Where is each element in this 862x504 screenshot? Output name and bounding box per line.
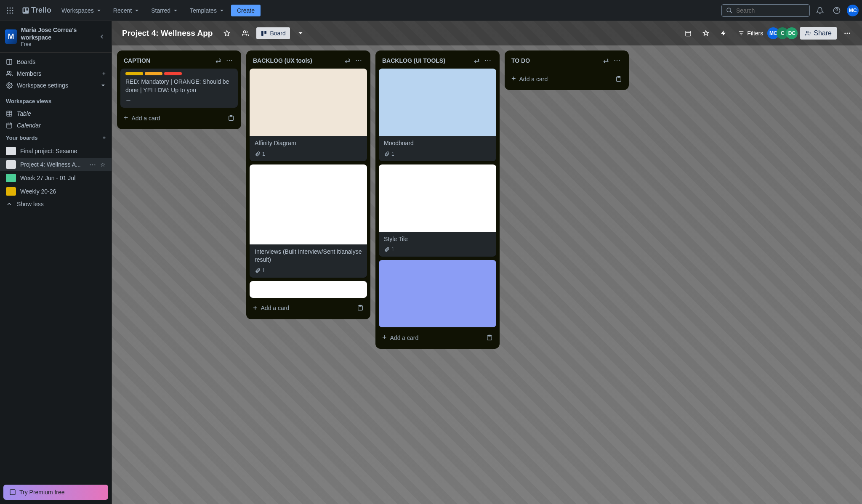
list-title[interactable]: CAPTION (124, 57, 150, 64)
sidebar-nav-members[interactable]: Members + (0, 68, 112, 80)
card-title: Moodboard (384, 139, 491, 148)
card[interactable]: Affinity Diagram1 (250, 69, 367, 161)
star-board-button[interactable] (219, 27, 234, 39)
trello-logo[interactable]: Trello (19, 6, 55, 15)
view-switcher-button[interactable] (293, 28, 308, 39)
collapse-sidebar-button[interactable] (97, 31, 106, 42)
collapse-list-icon[interactable]: ⇄ (214, 56, 223, 65)
create-button[interactable]: Create (231, 5, 261, 16)
add-card-button[interactable]: +Add a card (120, 110, 238, 126)
help-icon[interactable] (830, 4, 843, 17)
card[interactable]: Style Tile1 (379, 164, 496, 257)
add-card-button[interactable]: +Add a card (508, 71, 625, 87)
sidebar-board-item[interactable]: Week 27 Jun - 01 Jul (0, 171, 112, 185)
list-cards: Affinity Diagram1Interviews (Built Inter… (250, 69, 367, 298)
calendar-icon (685, 30, 692, 37)
nav-recent[interactable]: Recent (108, 5, 144, 16)
template-icon[interactable] (486, 334, 493, 341)
try-premium-button[interactable]: Try Premium free (3, 485, 108, 500)
svg-rect-29 (265, 31, 267, 34)
list-menu-icon[interactable]: ⋯ (224, 56, 234, 65)
share-button[interactable]: Share (800, 27, 837, 40)
view-table[interactable]: Table (0, 108, 112, 119)
sidebar-board-item[interactable]: Weekly 20-26 (0, 185, 112, 198)
workspace-name: Maria Jose Correa's workspace (21, 26, 93, 41)
add-card-button[interactable]: +Add a card (250, 300, 367, 316)
notifications-icon[interactable] (813, 4, 827, 17)
list-menu-icon[interactable]: ⋯ (483, 56, 493, 65)
template-icon[interactable] (615, 76, 622, 82)
sidebar-nav-settings[interactable]: Workspace settings (0, 80, 112, 91)
board-name: Project 4: Wellness A... (20, 161, 85, 168)
board-title[interactable]: Project 4: Wellness App (119, 29, 216, 38)
powerups-button[interactable] (698, 27, 713, 39)
nav-starred[interactable]: Starred (146, 5, 183, 16)
list: CAPTION ⇄ ⋯ RED: Mandatory | ORANGE: Sho… (117, 50, 241, 129)
list-title[interactable]: TO DO (511, 57, 530, 64)
more-icon[interactable]: ⋯ (89, 161, 96, 169)
workspace-views-header: Workspace views (0, 95, 112, 108)
svg-rect-10 (24, 8, 25, 12)
svg-point-2 (12, 7, 13, 8)
card[interactable] (379, 260, 496, 327)
workspace-header: M Maria Jose Correa's workspace Free (0, 21, 112, 53)
nav-templates[interactable]: Templates (185, 5, 229, 16)
chevron-down-icon (219, 8, 224, 13)
description-badge (125, 98, 131, 103)
card[interactable]: Interviews (Built Interview/Sent it/anal… (250, 164, 367, 278)
star-icon[interactable]: ☆ (100, 161, 106, 168)
search-input[interactable] (736, 7, 805, 14)
add-icon[interactable]: + (102, 70, 106, 77)
template-icon[interactable] (357, 305, 364, 311)
list-title[interactable]: BACKLOG (UX tools) (253, 57, 312, 64)
list-menu-icon[interactable]: ⋯ (354, 56, 364, 65)
apps-icon[interactable] (3, 4, 17, 17)
board-view-button[interactable]: Board (256, 27, 290, 39)
member-avatar[interactable]: DC (786, 27, 798, 39)
add-board-icon[interactable]: + (102, 135, 106, 141)
card-body: Affinity Diagram1 (250, 136, 367, 161)
template-icon[interactable] (228, 115, 234, 122)
member-stack[interactable]: MCCDC (770, 27, 798, 39)
card-label[interactable] (145, 72, 162, 75)
list-menu-icon[interactable]: ⋯ (612, 56, 622, 65)
star-icon (223, 30, 230, 37)
list-title[interactable]: BACKLOG (UI TOOLS) (382, 57, 445, 64)
more-icon (843, 29, 851, 37)
card[interactable]: Moodboard1 (379, 69, 496, 161)
collapse-list-icon[interactable]: ⇄ (343, 56, 352, 65)
premium-icon (9, 489, 16, 496)
search-box[interactable] (721, 4, 810, 17)
sidebar-nav-boards[interactable]: Boards (0, 56, 112, 68)
attachment-badge: 1 (255, 268, 265, 273)
card-label[interactable] (164, 72, 182, 75)
automation-button[interactable] (716, 27, 731, 39)
card-title: RED: Mandatory | ORANGE: Should be done … (125, 78, 233, 94)
card[interactable]: RED: Mandatory | ORANGE: Should be done … (120, 69, 238, 108)
chevron-down-icon[interactable] (101, 83, 106, 88)
add-card-button[interactable]: +Add a card (379, 330, 496, 345)
card-label[interactable] (125, 72, 143, 75)
bolt-icon (720, 30, 727, 37)
list: BACKLOG (UX tools) ⇄ ⋯ Affinity Diagram1… (246, 50, 370, 319)
filters-button[interactable]: Filters (734, 27, 767, 39)
card[interactable] (250, 281, 367, 298)
calendar-button[interactable] (681, 27, 696, 39)
topbar-right: MC (721, 4, 859, 17)
lists-container[interactable]: CAPTION ⇄ ⋯ RED: Mandatory | ORANGE: Sho… (112, 45, 862, 504)
sidebar-board-item[interactable]: Project 4: Wellness A... ⋯☆ (0, 158, 112, 171)
sidebar-nav: Boards Members + Workspace settings (0, 53, 112, 95)
list: BACKLOG (UI TOOLS) ⇄ ⋯ Moodboard1Style T… (375, 50, 500, 349)
card-cover (250, 69, 367, 136)
visibility-button[interactable] (238, 27, 253, 39)
nav-workspaces[interactable]: Workspaces (56, 5, 106, 16)
show-less[interactable]: Show less (0, 198, 112, 210)
collapse-list-icon[interactable]: ⇄ (472, 56, 481, 65)
board-menu-button[interactable] (839, 27, 855, 40)
view-calendar[interactable]: Calendar (0, 119, 112, 131)
collapse-list-icon[interactable]: ⇄ (601, 56, 610, 65)
svg-point-36 (847, 33, 848, 34)
attachment-badge: 1 (255, 151, 265, 157)
user-avatar[interactable]: MC (847, 5, 859, 16)
sidebar-board-item[interactable]: Final project: Sesame (0, 144, 112, 158)
